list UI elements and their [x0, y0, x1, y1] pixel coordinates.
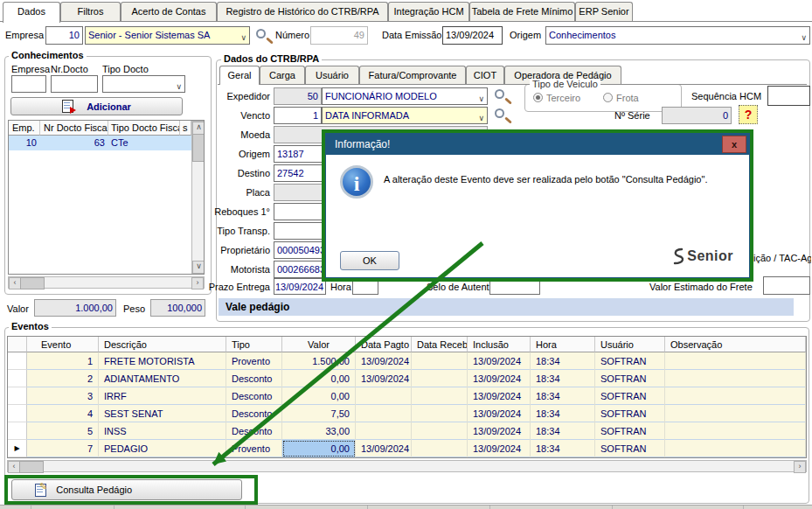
- grid-cell[interactable]: 13/09/2024: [468, 352, 531, 370]
- grid-cell[interactable]: SOFTRAN: [595, 370, 665, 387]
- grid-cell[interactable]: CTe: [111, 137, 179, 148]
- grid-cell[interactable]: [412, 370, 468, 387]
- grid-cell[interactable]: 1.500,00: [282, 352, 356, 370]
- expedidor-code-field[interactable]: 50: [274, 87, 322, 105]
- tab-integracao-hcm[interactable]: Integração HCM: [388, 2, 469, 22]
- grid-cell[interactable]: 13/09/2024: [468, 422, 531, 440]
- grid-cell[interactable]: SOFTRAN: [595, 405, 665, 422]
- grid-cell[interactable]: IRRF: [99, 387, 226, 405]
- empresa-name-combo[interactable]: Senior - Senior Sistemas SA ∨: [85, 26, 250, 45]
- grid-cell[interactable]: 13/09/2024: [356, 440, 412, 457]
- vencto-combo[interactable]: DATA INFORMADA ∨: [322, 107, 488, 124]
- grid-cell[interactable]: Provento: [226, 352, 282, 370]
- con-empresa-field[interactable]: [11, 75, 46, 93]
- ok-button[interactable]: OK: [340, 251, 399, 270]
- grid-cell[interactable]: Desconto: [226, 405, 282, 422]
- grid-cell[interactable]: 5: [27, 422, 99, 440]
- dialog-close-button[interactable]: x: [722, 136, 746, 153]
- grid-cell[interactable]: [356, 387, 412, 405]
- grid-cell[interactable]: [665, 422, 806, 440]
- empresa-code-field[interactable]: 10: [45, 26, 83, 45]
- grid-cell[interactable]: 0,00: [282, 440, 356, 457]
- frete-estimado-field[interactable]: [763, 276, 810, 295]
- grid-cell[interactable]: [665, 405, 806, 422]
- grid-cell[interactable]: Desconto: [226, 370, 282, 387]
- grid-cell[interactable]: [356, 422, 412, 440]
- grid-cell[interactable]: 10: [9, 137, 37, 148]
- grid-cell[interactable]: [412, 422, 468, 440]
- grid-cell[interactable]: 13/09/2024: [356, 370, 412, 387]
- grid-cell[interactable]: [665, 440, 806, 457]
- grid-cell[interactable]: Provento: [226, 440, 282, 457]
- grid-cell[interactable]: [665, 370, 806, 387]
- grid-cell[interactable]: SEST SENAT: [99, 405, 226, 422]
- grid-cell[interactable]: 18:34: [531, 352, 595, 370]
- grid-cell[interactable]: 18:34: [531, 405, 595, 422]
- grid-cell[interactable]: 18:34: [531, 370, 595, 387]
- grid-cell[interactable]: 33,00: [282, 422, 356, 440]
- tab-carga[interactable]: Carga: [260, 66, 305, 84]
- tab-acerto-de-contas[interactable]: Acerto de Contas: [121, 2, 217, 22]
- eventos-hscrollbar[interactable]: ‹ ›: [7, 460, 807, 472]
- adicionar-button[interactable]: Adicionar: [10, 97, 183, 115]
- grid-cell[interactable]: 0,00: [282, 387, 356, 405]
- conhecimentos-grid[interactable]: Emp. Nr Docto Fiscal Tipo Docto Fiscal s…: [8, 120, 205, 275]
- vencto-search-icon[interactable]: [495, 108, 504, 118]
- grid-cell[interactable]: 13/09/2024: [356, 352, 412, 370]
- scroll-left-icon[interactable]: ‹: [8, 461, 20, 473]
- grid-cell[interactable]: SOFTRAN: [595, 387, 665, 405]
- grid-cell[interactable]: [412, 352, 468, 370]
- origem-combo[interactable]: Conhecimentos ∨: [545, 26, 810, 45]
- scroll-left-icon[interactable]: ‹: [9, 277, 21, 289]
- grid-cell[interactable]: 0,00: [282, 370, 356, 387]
- grid-cell[interactable]: 7: [27, 440, 99, 457]
- tab-ciot[interactable]: CIOT: [466, 66, 504, 84]
- con-nrdocto-field[interactable]: [51, 75, 98, 93]
- data-emissao-field[interactable]: 13/09/2024: [442, 26, 503, 45]
- grid-cell[interactable]: Desconto: [226, 387, 282, 405]
- frota-radio[interactable]: [603, 93, 613, 102]
- tab-registro-historico[interactable]: Registro de Histórico do CTRB/RPA: [217, 2, 388, 22]
- grid-cell[interactable]: 2: [27, 370, 99, 387]
- grid-cell[interactable]: ADIANTAMENTO: [99, 370, 226, 387]
- search-icon[interactable]: [256, 29, 266, 38]
- grid-cell[interactable]: 1: [27, 352, 99, 370]
- grid-cell[interactable]: 18:34: [531, 387, 595, 405]
- grid-cell[interactable]: 63: [40, 137, 105, 148]
- vencto-code-field[interactable]: 1: [274, 107, 322, 124]
- scroll-up-icon[interactable]: ∧: [192, 122, 205, 135]
- grid-cell[interactable]: SOFTRAN: [595, 440, 665, 457]
- tab-geral[interactable]: Geral: [219, 66, 260, 85]
- grid-cell[interactable]: 13/09/2024: [468, 440, 531, 457]
- grid-cell[interactable]: [412, 405, 468, 422]
- sequencia-hcm-field[interactable]: [767, 86, 810, 106]
- grid-cell[interactable]: INSS: [99, 422, 226, 440]
- grid-cell[interactable]: 13/09/2024: [468, 370, 531, 387]
- grid-cell[interactable]: [665, 387, 806, 405]
- grid-cell[interactable]: 13/09/2024: [468, 387, 531, 405]
- grid-cell[interactable]: 4: [27, 405, 99, 422]
- grid-cell[interactable]: 18:34: [531, 440, 595, 457]
- tab-dados[interactable]: Dados: [3, 2, 60, 23]
- grid-cell[interactable]: PEDAGIO: [99, 440, 226, 457]
- grid-cell[interactable]: [356, 405, 412, 422]
- grid-cell[interactable]: SOFTRAN: [595, 422, 665, 440]
- scroll-right-icon[interactable]: ›: [794, 461, 806, 473]
- tab-filtros[interactable]: Filtros: [60, 2, 121, 22]
- expedidor-combo[interactable]: FUNCIONÁRIO MODELO ∨: [322, 87, 488, 105]
- conhecimentos-hscrollbar[interactable]: ‹ ›: [8, 276, 205, 289]
- grid-cell[interactable]: SOFTRAN: [595, 352, 665, 370]
- grid-cell[interactable]: Desconto: [226, 422, 282, 440]
- prazo-entrega-field[interactable]: 13/09/2024: [274, 278, 326, 295]
- grid-cell[interactable]: 7,50: [282, 405, 356, 422]
- grid-cell[interactable]: 3: [27, 387, 99, 405]
- con-tipodocto-combo[interactable]: ∨: [102, 75, 185, 93]
- eventos-grid[interactable]: EventoDescriçãoTipoValorData PagtoData R…: [7, 336, 807, 458]
- grid-cell[interactable]: [412, 387, 468, 405]
- grid-cell[interactable]: 13/09/2024: [468, 405, 531, 422]
- grid-cell[interactable]: 18:34: [531, 422, 595, 440]
- grid-cell[interactable]: [412, 440, 468, 457]
- expedidor-search-icon[interactable]: [495, 89, 504, 99]
- grid-cell[interactable]: [665, 352, 806, 370]
- tab-usuario[interactable]: Usuário: [305, 66, 359, 84]
